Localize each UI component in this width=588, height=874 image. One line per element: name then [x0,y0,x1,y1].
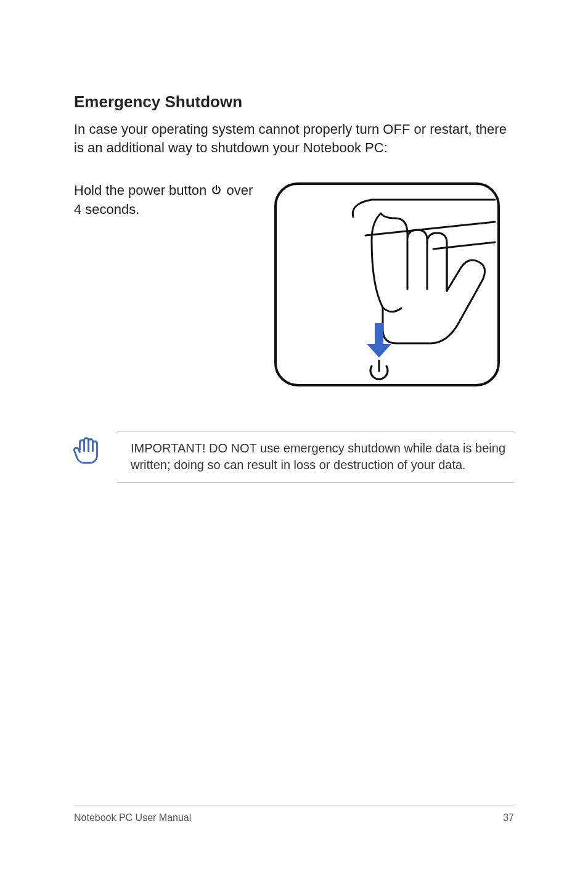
intro-paragraph: In case your operating system cannot pro… [74,120,514,157]
svg-marker-6 [367,344,391,357]
footer-page-number: 37 [503,812,514,823]
svg-rect-5 [375,323,383,345]
instruction-text: Hold the power button over 4 seconds. [74,181,262,219]
power-press-illustration [273,181,501,388]
hand-stop-icon [69,433,104,467]
important-note-text: IMPORTANT! DO NOT use emergency shutdown… [131,441,505,472]
instruction-row: Hold the power button over 4 seconds. [74,181,514,388]
section-heading: Emergency Shutdown [74,92,514,112]
power-icon [210,183,223,195]
footer-title: Notebook PC User Manual [74,812,191,823]
instruction-text-before: Hold the power button [74,182,210,198]
power-icon [370,361,388,379]
page-footer: Notebook PC User Manual 37 [74,806,514,823]
page: Emergency Shutdown In case your operatin… [0,0,588,874]
important-note: IMPORTANT! DO NOT use emergency shutdown… [117,431,514,483]
svg-rect-1 [276,184,499,385]
